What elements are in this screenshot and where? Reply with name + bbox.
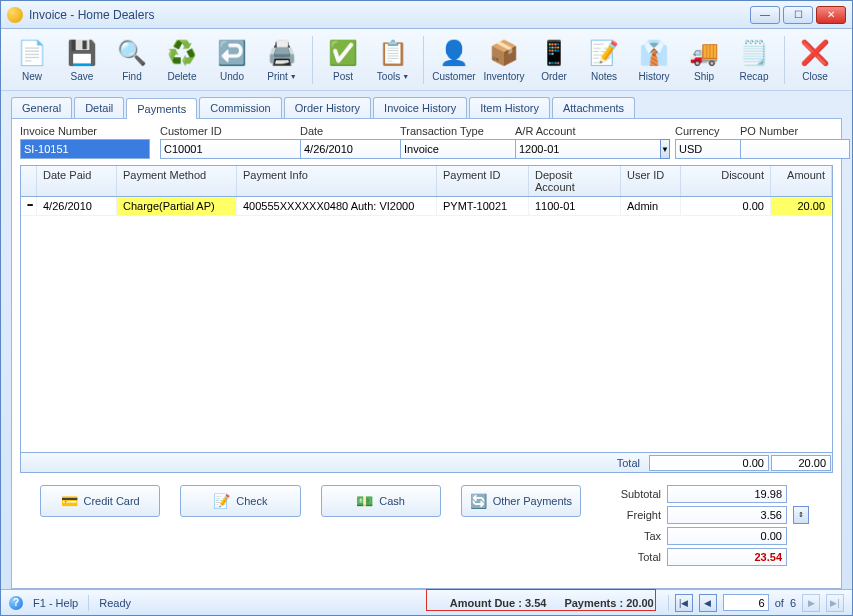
total-pages: 6 — [790, 597, 796, 609]
history-button[interactable]: 👔History — [631, 32, 677, 88]
check-button[interactable]: 📝Check — [180, 485, 300, 517]
tab-order-history[interactable]: Order History — [284, 97, 371, 118]
other-payments-button[interactable]: 🔄Other Payments — [461, 485, 581, 517]
po-number-input[interactable] — [740, 139, 850, 159]
payments-grid: Date Paid Payment Method Payment Info Pa… — [20, 165, 833, 473]
amount-due-text: Amount Due : 3.54 — [450, 597, 547, 609]
delete-button[interactable]: ♻️Delete — [159, 32, 205, 88]
table-row[interactable]: ••• 4/26/2010 Charge(Partial AP) 400555X… — [21, 197, 832, 216]
cell-amount: 20.00 — [771, 197, 832, 215]
maximize-button[interactable]: ☐ — [783, 6, 813, 24]
print-button[interactable]: 🖨️Print▼ — [259, 32, 305, 88]
po-number-label: PO Number — [740, 125, 850, 137]
cell-date-paid: 4/26/2010 — [37, 197, 117, 215]
cell-payment-info: 400555XXXXXX0480 Auth: VI2000 — [237, 197, 437, 215]
ready-text: Ready — [99, 597, 131, 609]
inventory-icon: 📦 — [488, 37, 520, 69]
post-button[interactable]: ✅Post — [320, 32, 366, 88]
undo-button[interactable]: ↩️Undo — [209, 32, 255, 88]
nav-prev-button[interactable]: ◀ — [699, 594, 717, 612]
cash-button[interactable]: 💵Cash — [321, 485, 441, 517]
col-selector[interactable] — [21, 166, 37, 196]
tab-attachments[interactable]: Attachments — [552, 97, 635, 118]
status-bar: ? F1 - Help Ready Amount Due : 3.54 Paym… — [1, 589, 852, 615]
col-amount[interactable]: Amount — [771, 166, 832, 196]
save-button[interactable]: 💾Save — [59, 32, 105, 88]
freight-value: 3.56 — [667, 506, 787, 524]
chevron-down-icon: ▼ — [290, 73, 297, 80]
grid-footer: Total 0.00 20.00 — [21, 452, 832, 472]
titlebar: Invoice - Home Dealers — ☐ ✕ — [1, 1, 852, 29]
notes-button[interactable]: 📝Notes — [581, 32, 627, 88]
ar-account-dropdown[interactable]: ▼ — [660, 139, 670, 159]
page-input[interactable] — [723, 594, 769, 611]
tools-button[interactable]: 📋Tools▼ — [370, 32, 416, 88]
freight-spinner[interactable]: ⇕ — [793, 506, 809, 524]
nav-first-button[interactable]: |◀ — [675, 594, 693, 612]
status-separator — [88, 595, 89, 611]
print-icon: 🖨️ — [266, 37, 298, 69]
tools-icon: 📋 — [377, 37, 409, 69]
help-icon[interactable]: ? — [9, 596, 23, 610]
col-user-id[interactable]: User ID — [621, 166, 681, 196]
total-label: Total — [609, 457, 648, 469]
app-icon — [7, 7, 23, 23]
inventory-button[interactable]: 📦Inventory — [481, 32, 527, 88]
credit-card-button[interactable]: 💳Credit Card — [40, 485, 160, 517]
tab-general[interactable]: General — [11, 97, 72, 118]
totals-panel: Subtotal19.98 Freight3.56⇕ Tax0.00 Total… — [601, 485, 813, 566]
tab-payments[interactable]: Payments — [126, 98, 197, 119]
minimize-button[interactable]: — — [750, 6, 780, 24]
toolbar-separator — [423, 36, 424, 84]
row-selector[interactable]: ••• — [21, 197, 37, 215]
ship-button[interactable]: 🚚Ship — [681, 32, 727, 88]
invoice-number-label: Invoice Number — [20, 125, 150, 137]
new-button[interactable]: 📄New — [9, 32, 55, 88]
total-amount: 20.00 — [771, 455, 831, 471]
help-text[interactable]: F1 - Help — [33, 597, 78, 609]
ar-account-label: A/R Account — [515, 125, 665, 137]
cell-payment-method: Charge(Partial AP) — [117, 197, 237, 215]
recap-button[interactable]: 🗒️Recap — [731, 32, 777, 88]
currency-label: Currency — [675, 125, 730, 137]
tab-item-history[interactable]: Item History — [469, 97, 550, 118]
date-label: Date — [300, 125, 390, 137]
invoice-number-input[interactable] — [20, 139, 150, 159]
toolbar: 📄New 💾Save 🔍Find ♻️Delete ↩️Undo 🖨️Print… — [1, 29, 852, 91]
status-separator — [668, 595, 669, 611]
tab-invoice-history[interactable]: Invoice History — [373, 97, 467, 118]
close-button[interactable]: ❌Close — [792, 32, 838, 88]
close-window-button[interactable]: ✕ — [816, 6, 846, 24]
col-deposit-account[interactable]: Deposit Account — [529, 166, 621, 196]
cash-icon: 💵 — [356, 493, 373, 509]
check-icon: 📝 — [213, 493, 230, 509]
col-payment-id[interactable]: Payment ID — [437, 166, 529, 196]
col-discount[interactable]: Discount — [681, 166, 771, 196]
col-date-paid[interactable]: Date Paid — [37, 166, 117, 196]
find-button[interactable]: 🔍Find — [109, 32, 155, 88]
order-button[interactable]: 📱Order — [531, 32, 577, 88]
cell-payment-id: PYMT-10021 — [437, 197, 529, 215]
undo-icon: ↩️ — [216, 37, 248, 69]
subtotal-value: 19.98 — [667, 485, 787, 503]
tab-strip: General Detail Payments Commission Order… — [1, 91, 852, 118]
cell-deposit-account: 1100-01 — [529, 197, 621, 215]
tab-detail[interactable]: Detail — [74, 97, 124, 118]
new-icon: 📄 — [16, 37, 48, 69]
form-panel: Invoice Number Customer ID ▼ Date ▼ Tran… — [11, 118, 842, 589]
tab-commission[interactable]: Commission — [199, 97, 282, 118]
nav-next-button[interactable]: ▶ — [802, 594, 820, 612]
customer-button[interactable]: 👤Customer — [431, 32, 477, 88]
of-label: of — [775, 597, 784, 609]
credit-card-icon: 💳 — [61, 493, 78, 509]
col-payment-method[interactable]: Payment Method — [117, 166, 237, 196]
order-icon: 📱 — [538, 37, 570, 69]
customer-id-input[interactable] — [160, 139, 305, 159]
history-icon: 👔 — [638, 37, 670, 69]
nav-last-button[interactable]: ▶| — [826, 594, 844, 612]
transaction-type-label: Transaction Type — [400, 125, 505, 137]
ar-account-input[interactable] — [515, 139, 660, 159]
col-payment-info[interactable]: Payment Info — [237, 166, 437, 196]
grid-body[interactable]: ••• 4/26/2010 Charge(Partial AP) 400555X… — [21, 197, 832, 452]
ship-icon: 🚚 — [688, 37, 720, 69]
